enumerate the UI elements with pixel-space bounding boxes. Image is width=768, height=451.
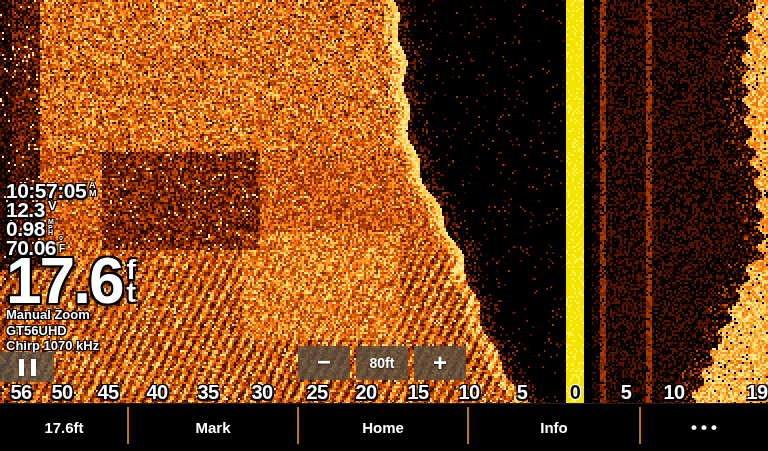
sonar-screen: 10:57:05 A M 12.3 V 0.98 M P H 70.06 ° F [0, 0, 768, 451]
time-ampm: A M [89, 181, 96, 197]
menu-mark-button[interactable]: Mark [128, 404, 298, 451]
menu-depth-button[interactable]: 17.6ft [0, 404, 128, 451]
menu-more-button[interactable]: ••• [640, 404, 768, 451]
voltage-unit: V [48, 199, 56, 212]
menu-info-button[interactable]: Info [468, 404, 640, 451]
speed-unit: M P H [48, 219, 53, 236]
transducer-label: GT56UHD [6, 323, 136, 339]
zoom-controls: − 80ft + [298, 346, 466, 380]
depth-value: 17.6 [6, 257, 123, 305]
speed-readout: 0.98 M P H [6, 218, 136, 236]
depth-readout: 17.6 f t [6, 257, 136, 307]
menu-home-button[interactable]: Home [298, 404, 468, 451]
time-readout: 10:57:05 A M [6, 180, 136, 198]
zoom-out-button[interactable]: − [298, 346, 350, 380]
zoom-in-button[interactable]: + [414, 346, 466, 380]
pause-icon [19, 359, 36, 376]
more-options-icon: ••• [687, 418, 721, 438]
depth-unit: f t [127, 258, 136, 304]
range-display[interactable]: 80ft [356, 346, 408, 380]
pause-button[interactable] [0, 352, 54, 382]
data-overlay: 10:57:05 A M 12.3 V 0.98 M P H 70.06 ° F [6, 180, 136, 354]
menu-bar: 17.6ft Mark Home Info ••• [0, 403, 768, 451]
